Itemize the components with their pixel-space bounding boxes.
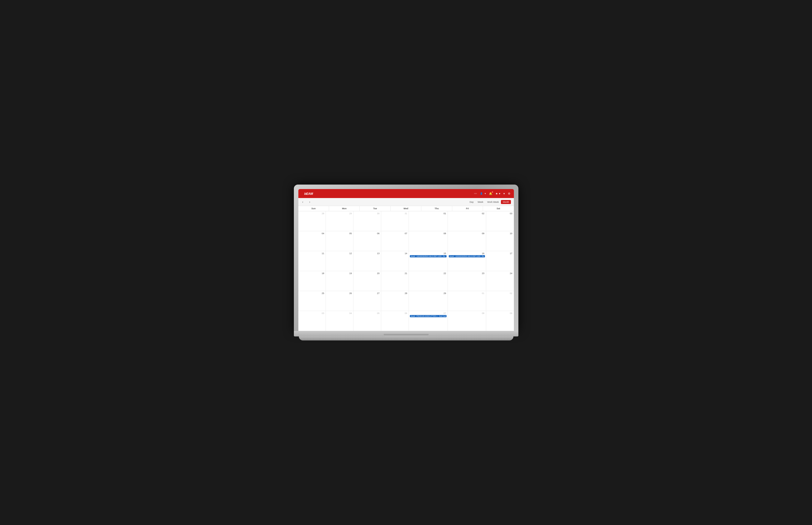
day-number: 02 — [487, 292, 513, 295]
calendar-cell-w4d1[interactable]: 26 — [326, 291, 354, 311]
day-number: 28 — [299, 212, 325, 215]
day-number: 26 — [327, 292, 352, 295]
event-item-w2d5e0[interactable]: Asset : 10030030050O-WLD-RBT-1209 - Ro — [449, 255, 485, 257]
calendar-cell-w1d0[interactable]: 04 — [298, 231, 326, 251]
language-button[interactable]: ▾ — [503, 192, 505, 195]
day-number: 02 — [449, 212, 485, 215]
calendar-cell-w2d2[interactable]: 13 — [354, 251, 381, 271]
star-button[interactable]: ★ ▾ — [495, 192, 500, 195]
day-number: 29 — [410, 292, 447, 295]
day-number: 10 — [487, 232, 513, 235]
day-header-sat: Sat — [483, 206, 514, 211]
laptop-base — [294, 331, 518, 336]
laptop-frame: bEAM 👤 ▾ 🔔 1 — [294, 184, 518, 341]
calendar-cell-w5d0[interactable]: 03 — [298, 311, 326, 331]
calendar-cell-w0d2[interactable]: 30 — [354, 211, 381, 231]
lang-chevron: ▾ — [503, 192, 505, 195]
day-number: 01 — [449, 292, 485, 295]
calendar: Sun Mon Tue Wed Thu Fri Sat 282930310102… — [298, 206, 514, 331]
calendar-cell-w5d3[interactable]: 06 — [381, 311, 409, 331]
day-header-sun: Sun — [298, 206, 329, 211]
day-header-mon: Mon — [329, 206, 360, 211]
calendar-cell-w4d4[interactable]: 29 — [409, 291, 448, 311]
day-number: 08 — [410, 232, 447, 235]
header-right: 👤 ▾ 🔔 1 ★ ▾ ▾ — [474, 192, 510, 195]
calendar-cell-w3d6[interactable]: 24 — [486, 271, 514, 291]
calendar-cell-w3d5[interactable]: 23 — [448, 271, 486, 291]
badge-label — [474, 193, 477, 194]
calendar-cell-w2d4[interactable]: 15Asset : 10030030050O-WLD-RBT-1209 - Ro — [409, 251, 448, 271]
day-number: 20 — [355, 272, 380, 274]
day-number: 27 — [355, 292, 380, 295]
day-number: 31 — [382, 212, 408, 215]
calendar-cell-w2d5[interactable]: 16Asset : 10030030050O-WLD-RBT-1209 - Ro — [448, 251, 486, 271]
calendar-cell-w5d1[interactable]: 04 — [326, 311, 354, 331]
calendar-cell-w0d0[interactable]: 28 — [298, 211, 326, 231]
calendar-cell-w4d2[interactable]: 27 — [354, 291, 381, 311]
event-item-w2d4e0[interactable]: Asset : 10030030050O-WLD-RBT-1209 - Ro — [410, 255, 447, 257]
day-number: 22 — [410, 272, 447, 274]
event-item-w5d4e0[interactable]: Asset : PROD100-SODCUTTER-1 - Sod Cutt — [410, 315, 447, 317]
day-number: 09 — [449, 232, 485, 235]
day-number: 04 — [327, 312, 352, 315]
calendar-cell-w0d3[interactable]: 31 — [381, 211, 409, 231]
calendar-cell-w0d6[interactable]: 03 — [486, 211, 514, 231]
day-number: 24 — [487, 272, 513, 274]
day-number: 16 — [449, 252, 485, 255]
view-month-button[interactable]: Month — [501, 200, 511, 204]
app-header: bEAM 👤 ▾ 🔔 1 — [298, 189, 514, 198]
day-header-tue: Tue — [360, 206, 390, 211]
calendar-cell-w2d1[interactable]: 12 — [326, 251, 354, 271]
calendar-cell-w1d2[interactable]: 06 — [354, 231, 381, 251]
calendar-cell-w4d3[interactable]: 28 — [381, 291, 409, 311]
next-month-button[interactable]: › — [309, 200, 311, 204]
settings-button[interactable]: ⚙ — [508, 192, 510, 195]
day-number: 19 — [327, 272, 352, 274]
notification-button[interactable]: 🔔 1 — [489, 192, 493, 195]
logo-area: bEAM — [304, 192, 319, 196]
day-number: 07 — [382, 232, 408, 235]
calendar-cell-w5d5[interactable]: 08 — [448, 311, 486, 331]
calendar-cell-w2d0[interactable]: 11 — [298, 251, 326, 271]
view-workweek-button[interactable]: Work Week — [485, 200, 500, 204]
day-number: 03 — [299, 312, 325, 315]
settings-icon: ⚙ — [508, 192, 510, 195]
calendar-cell-w3d1[interactable]: 19 — [326, 271, 354, 291]
calendar-cell-w5d4[interactable]: 07Asset : PROD100-SODCUTTER-1 - Sod Cutt — [409, 311, 448, 331]
calendar-cell-w0d4[interactable]: 01 — [409, 211, 448, 231]
day-number: 05 — [355, 312, 380, 315]
calendar-cell-w1d6[interactable]: 10 — [486, 231, 514, 251]
calendar-cell-w0d5[interactable]: 02 — [448, 211, 486, 231]
toolbar-right: Day Week Work Week Month — [468, 200, 511, 204]
calendar-cell-w1d3[interactable]: 07 — [381, 231, 409, 251]
calendar-cell-w2d3[interactable]: 14 — [381, 251, 409, 271]
prev-month-button[interactable]: ‹ — [301, 200, 304, 204]
view-week-button[interactable]: Week — [476, 200, 485, 204]
day-header-wed: Wed — [391, 206, 421, 211]
calendar-cell-w3d0[interactable]: 18 — [298, 271, 326, 291]
calendar-cell-w0d1[interactable]: 29 — [326, 211, 354, 231]
calendar-cell-w3d2[interactable]: 20 — [354, 271, 381, 291]
day-number: 29 — [327, 212, 352, 215]
calendar-cell-w1d4[interactable]: 08 — [409, 231, 448, 251]
calendar-cell-w2d6[interactable]: 17 — [486, 251, 514, 271]
toolbar-left: ‹ › — [301, 200, 311, 204]
day-number: 04 — [299, 232, 325, 235]
calendar-cell-w1d5[interactable]: 09 — [448, 231, 486, 251]
calendar-cell-w4d0[interactable]: 25 — [298, 291, 326, 311]
calendar-cell-w1d1[interactable]: 05 — [326, 231, 354, 251]
calendar-cell-w4d6[interactable]: 02 — [486, 291, 514, 311]
calendar-cell-w3d3[interactable]: 21 — [381, 271, 409, 291]
calendar-cell-w5d6[interactable]: 09 — [486, 311, 514, 331]
calendar-cell-w3d4[interactable]: 22 — [409, 271, 448, 291]
notif-dot: 1 — [492, 191, 493, 193]
day-number: 06 — [355, 232, 380, 235]
day-number: 18 — [299, 272, 325, 274]
day-number: 25 — [299, 292, 325, 295]
view-day-button[interactable]: Day — [468, 200, 475, 204]
calendar-cell-w5d2[interactable]: 05 — [354, 311, 381, 331]
calendar-cell-w4d5[interactable]: 01 — [448, 291, 486, 311]
day-number: 23 — [449, 272, 485, 274]
user-label[interactable]: 👤 ▾ — [480, 192, 486, 195]
day-number: 13 — [355, 252, 380, 255]
